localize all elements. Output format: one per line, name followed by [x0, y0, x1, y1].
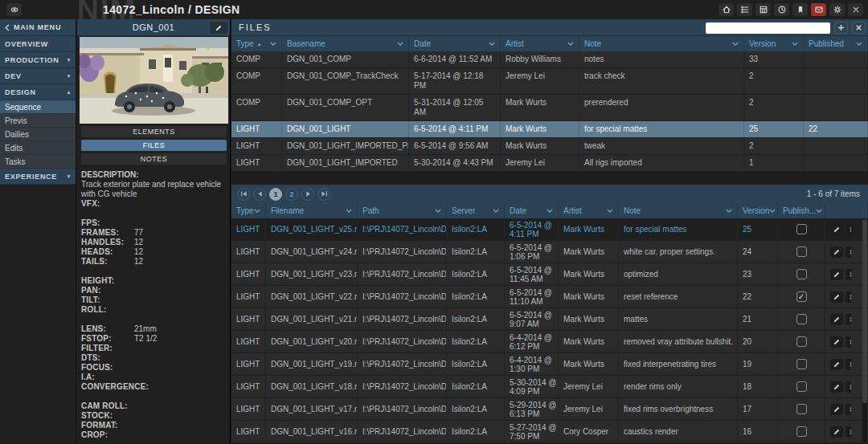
delete-button[interactable] — [845, 246, 851, 258]
table-row[interactable]: LIGHTDGN_001_LIGHT_IMPORTED_PROXY6-5-201… — [231, 138, 868, 155]
home-icon[interactable] — [719, 3, 734, 16]
chevron-down-icon[interactable] — [607, 209, 613, 214]
column-header-artist[interactable]: Artist — [501, 36, 579, 51]
delete-button[interactable] — [845, 359, 851, 370]
pagination-prev-button[interactable] — [253, 188, 266, 201]
calendar-grid-icon[interactable] — [755, 3, 771, 16]
publish-checkbox[interactable]: ✓ — [796, 336, 807, 347]
sidebar-item-edits[interactable]: Edits — [0, 141, 76, 155]
table-row[interactable]: LIGHTDGN_001_LIGHT_v20.mbI:\PRJ\14072_Li… — [231, 331, 868, 353]
pagination-first-button[interactable] — [237, 188, 250, 201]
scrollbar-track[interactable] — [862, 218, 867, 442]
delete-button[interactable] — [845, 381, 851, 393]
publish-checkbox[interactable]: ✓ — [796, 314, 807, 324]
sidebar-item-sequence[interactable]: Sequence — [0, 100, 76, 114]
column-header-type[interactable]: Type▲ — [231, 36, 282, 51]
chevron-down-icon[interactable] — [435, 209, 441, 214]
shot-thumbnail[interactable] — [80, 37, 228, 124]
table-row[interactable]: COMPDGN_001_COMP_TrackCheck5-17-2014 @ 1… — [231, 68, 868, 95]
delete-button[interactable] — [845, 426, 851, 438]
delete-button[interactable] — [845, 336, 851, 348]
table-row[interactable]: LIGHTDGN_001_LIGHT_v19.mbI:\PRJ\14072_Li… — [231, 353, 868, 376]
column-header-date[interactable]: Date — [505, 203, 559, 218]
edit-button[interactable] — [830, 359, 843, 370]
publish-checkbox[interactable]: ✓ — [796, 426, 807, 437]
chevron-down-icon[interactable] — [769, 209, 776, 214]
sidebar-item-previs[interactable]: Previs — [0, 114, 76, 128]
column-header-version[interactable]: Version — [738, 203, 778, 218]
delete-button[interactable] — [845, 291, 851, 303]
edit-button[interactable] — [830, 291, 843, 303]
pagination-page-2-button[interactable]: 2 — [285, 188, 298, 201]
chevron-down-icon[interactable] — [726, 209, 732, 214]
tab-files[interactable]: FILES — [81, 140, 227, 151]
column-header-type[interactable]: Type — [231, 203, 266, 218]
table-row[interactable]: LIGHTDGN_001_LIGHT_v16.mbI:\PRJ\14072_Li… — [231, 421, 868, 443]
chevron-down-icon[interactable] — [816, 209, 822, 214]
edit-button[interactable] — [830, 381, 843, 393]
table-row[interactable]: LIGHTDGN_001_LIGHT6-5-2014 @ 4:11 PMMark… — [231, 121, 868, 138]
column-header-published[interactable]: Published — [804, 36, 868, 51]
edit-shot-button[interactable] — [210, 22, 227, 34]
edit-button[interactable] — [830, 246, 843, 258]
table-row[interactable]: COMPDGN_001_COMP_OPT5-31-2014 @ 12:05 AM… — [231, 95, 868, 121]
edit-button[interactable] — [830, 269, 843, 280]
chevron-down-icon[interactable] — [732, 42, 739, 47]
sidebar-item-design[interactable]: DESIGN▴ — [0, 84, 76, 100]
table-row[interactable]: LIGHTDGN_001_LIGHT_v21.mbI:\PRJ\14072_Li… — [231, 308, 868, 331]
main-menu-button[interactable]: MAIN MENU — [0, 19, 76, 36]
chevron-down-icon[interactable] — [397, 42, 403, 47]
chevron-down-icon[interactable] — [270, 42, 276, 47]
add-file-button[interactable] — [834, 22, 848, 34]
tab-elements[interactable]: ELEMENTS — [81, 126, 227, 137]
edit-button[interactable] — [830, 224, 843, 235]
publish-checkbox[interactable]: ✓ — [796, 224, 807, 234]
clock-icon[interactable] — [774, 3, 789, 16]
delete-button[interactable] — [845, 224, 851, 235]
pagination-page-1-button[interactable]: 1 — [269, 188, 282, 201]
column-header-filename[interactable]: Filename — [266, 203, 358, 218]
tab-notes[interactable]: NOTES — [81, 153, 227, 165]
column-header-server[interactable]: Server — [447, 203, 505, 218]
column-header-publish[interactable]: Publish... — [778, 203, 825, 218]
sidebar-item-dailies[interactable]: Dailies — [0, 128, 76, 141]
publish-checkbox[interactable]: ✓ — [796, 291, 807, 302]
delete-button[interactable] — [845, 269, 851, 280]
clear-search-button[interactable] — [852, 22, 866, 34]
table-row[interactable]: LIGHTDGN_001_LIGHT_v25.mbI:\PRJ\14072_Li… — [231, 218, 868, 241]
chevron-down-icon[interactable] — [493, 209, 499, 214]
chevron-down-icon[interactable] — [567, 42, 574, 47]
table-row[interactable]: LIGHTDGN_001_LIGHT_v23.mbI:\PRJ\14072_Li… — [231, 263, 868, 286]
scrollbar-thumb[interactable] — [862, 219, 867, 403]
close-icon[interactable] — [848, 3, 863, 16]
column-header-date[interactable]: Date — [409, 36, 501, 51]
pagination-next-button[interactable] — [301, 188, 314, 201]
sidebar-item-dev[interactable]: DEV▾ — [0, 68, 76, 84]
table-row[interactable]: LIGHTDGN_001_LIGHT_v18.mbI:\PRJ\14072_Li… — [231, 376, 868, 398]
eye-toggle-icon[interactable] — [6, 3, 22, 16]
edit-button[interactable] — [830, 404, 843, 415]
table-row[interactable]: LIGHTDGN_001_LIGHT_v17.mbI:\PRJ\14072_Li… — [231, 398, 868, 421]
chevron-down-icon[interactable] — [856, 42, 862, 47]
pagination-last-button[interactable] — [317, 188, 330, 201]
column-header-artist[interactable]: Artist — [559, 203, 619, 218]
publish-checkbox[interactable]: ✓ — [796, 381, 807, 392]
table-row[interactable]: COMPDGN_001_COMP6-6-2014 @ 11:52 AMRobby… — [231, 51, 868, 68]
list-icon[interactable] — [737, 3, 752, 16]
mail-icon[interactable] — [811, 3, 826, 16]
table-row[interactable]: LIGHTDGN_001_LIGHT_v24.mbI:\PRJ\14072_Li… — [231, 241, 868, 263]
sidebar-item-production[interactable]: PRODUCTION▾ — [0, 52, 76, 68]
publish-checkbox[interactable]: ✓ — [796, 246, 807, 257]
delete-button[interactable] — [845, 404, 851, 415]
sidebar-item-experience[interactable]: EXPERIENCE▾ — [0, 169, 76, 185]
chevron-down-icon[interactable] — [489, 42, 495, 47]
publish-checkbox[interactable]: ✓ — [796, 359, 807, 369]
column-header-path[interactable]: Path — [358, 203, 447, 218]
sidebar-item-overview[interactable]: OVERVIEW — [0, 36, 76, 52]
sidebar-item-tasks[interactable]: Tasks — [0, 155, 76, 169]
table-row[interactable]: LIGHTDGN_001_LIGHT_v22.mbI:\PRJ\14072_Li… — [231, 286, 868, 308]
gear-icon[interactable] — [829, 3, 845, 16]
publish-checkbox[interactable]: ✓ — [796, 269, 807, 279]
chevron-down-icon[interactable] — [346, 209, 352, 214]
bookmark-icon[interactable] — [792, 3, 808, 16]
